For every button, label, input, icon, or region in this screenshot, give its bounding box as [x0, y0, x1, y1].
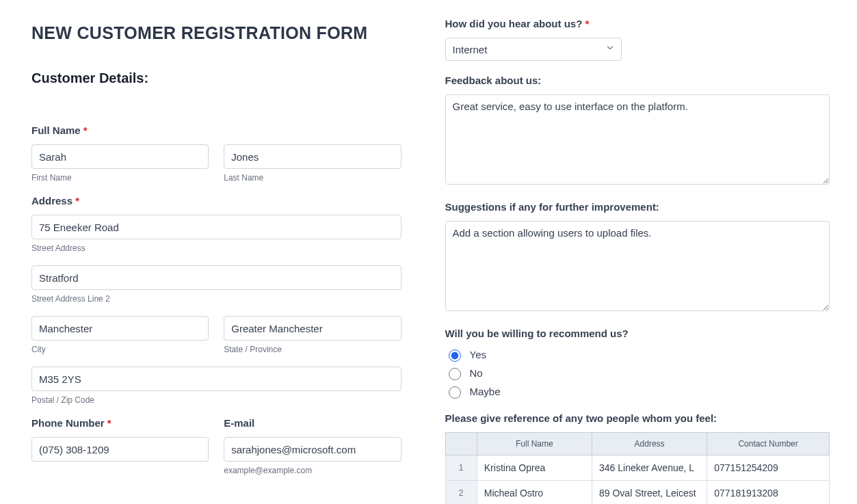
row-number: 2: [445, 481, 477, 505]
recommend-label: Will you be willing to recommend us?: [445, 328, 830, 339]
table-row: 2 Micheal Ostro 89 Oval Street, Leicest …: [445, 481, 830, 505]
recommend-maybe-radio[interactable]: [449, 386, 461, 399]
reference-name-cell[interactable]: Kristina Oprea: [477, 455, 592, 481]
postal-code-input[interactable]: [31, 367, 401, 391]
suggestions-label: Suggestions if any for further improveme…: [445, 201, 830, 213]
recommend-no-label[interactable]: No: [470, 367, 483, 379]
reference-address-cell[interactable]: 89 Oval Street, Leicest: [592, 481, 707, 505]
references-header-address: Address: [592, 433, 707, 455]
reference-address-cell[interactable]: 346 Lineker Avenue, L: [592, 455, 707, 481]
email-input[interactable]: [224, 437, 401, 462]
reference-contact-cell[interactable]: 077151254209: [707, 455, 830, 481]
state-input[interactable]: [224, 316, 401, 341]
table-row: 1 Kristina Oprea 346 Lineker Avenue, L 0…: [445, 455, 830, 481]
phone-input[interactable]: [31, 437, 209, 462]
first-name-sublabel: First Name: [31, 173, 209, 183]
recommend-yes-label[interactable]: Yes: [470, 349, 486, 360]
reference-contact-cell[interactable]: 077181913208: [707, 481, 830, 505]
recommend-maybe-label[interactable]: Maybe: [470, 386, 501, 397]
full-name-label: Full Name *: [31, 124, 401, 136]
feedback-textarea[interactable]: [445, 94, 830, 185]
phone-label: Phone Number *: [31, 417, 209, 429]
postal-code-sublabel: Postal / Zip Code: [31, 395, 401, 405]
address-label: Address *: [31, 195, 401, 207]
page-title: NEW CUSTOMER REGISTRATION FORM: [31, 23, 401, 43]
state-sublabel: State / Province: [224, 345, 401, 354]
references-header-name: Full Name: [477, 433, 592, 455]
references-header-contact: Contact Number: [707, 433, 830, 455]
street-address-input[interactable]: [31, 215, 401, 239]
suggestions-textarea[interactable]: [445, 221, 830, 311]
row-number: 1: [445, 455, 477, 481]
hear-about-label: How did you hear about us? *: [445, 18, 830, 29]
references-header-blank: [445, 433, 477, 455]
city-sublabel: City: [31, 345, 209, 354]
email-sublabel: example@example.com: [224, 466, 401, 475]
recommend-yes-radio[interactable]: [449, 349, 461, 362]
references-label: Please give reference of any two people …: [445, 412, 830, 424]
recommend-no-radio[interactable]: [449, 368, 461, 380]
email-label: E-mail: [224, 417, 401, 429]
first-name-input[interactable]: [31, 144, 209, 169]
city-input[interactable]: [31, 316, 209, 341]
street-address-2-input[interactable]: [31, 265, 401, 290]
references-table: Full Name Address Contact Number 1 Krist…: [445, 432, 830, 504]
last-name-sublabel: Last Name: [224, 173, 401, 183]
feedback-label: Feedback about us:: [445, 75, 830, 86]
street-address-sublabel: Street Address: [31, 243, 401, 253]
hear-about-select[interactable]: Internet: [445, 38, 622, 61]
last-name-input[interactable]: [224, 144, 401, 169]
street-address-2-sublabel: Street Address Line 2: [31, 294, 401, 304]
reference-name-cell[interactable]: Micheal Ostro: [477, 481, 592, 505]
section-heading-customer-details: Customer Details:: [31, 70, 401, 86]
